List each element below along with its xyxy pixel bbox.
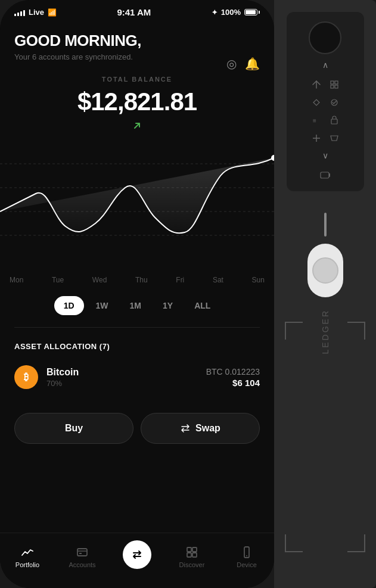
balance-label: TOTAL BALANCE xyxy=(14,76,260,83)
nav-accounts[interactable]: Accounts xyxy=(55,538,110,576)
svg-rect-13 xyxy=(331,81,334,84)
asset-pct-bitcoin: 70% xyxy=(46,379,198,388)
carrier-label: Live xyxy=(29,8,44,17)
day-tue: Tue xyxy=(52,276,64,284)
asset-info-bitcoin: Bitcoin 70% xyxy=(46,367,198,388)
device-icon-5: ≡ xyxy=(310,114,323,127)
phone-screen: Live 📶 9:41 AM ✦ 100% GOOD MORNING, Y xyxy=(0,0,274,588)
status-bar: Live 📶 9:41 AM ✦ 100% xyxy=(0,0,274,20)
period-1m[interactable]: 1M xyxy=(120,296,151,315)
signal-bar-4 xyxy=(23,10,25,16)
device-top-section: ∧ xyxy=(287,12,364,191)
status-right: ✦ 100% xyxy=(212,8,260,17)
asset-crypto-bitcoin: BTC 0.012223 xyxy=(206,367,260,377)
device-icon xyxy=(240,546,253,559)
nav-discover[interactable]: Discover xyxy=(164,538,219,576)
asset-name-bitcoin: Bitcoin xyxy=(46,367,198,378)
svg-text:≡: ≡ xyxy=(313,117,316,124)
day-sun: Sun xyxy=(252,276,265,284)
wifi-icon: 📶 xyxy=(48,8,57,17)
nav-portfolio[interactable]: Portfolio xyxy=(0,538,55,576)
status-left: Live 📶 xyxy=(14,8,57,17)
balance-change xyxy=(14,121,260,130)
balance-amount: $12,821.81 xyxy=(14,88,260,116)
signal-bar-3 xyxy=(20,11,22,16)
bell-icon[interactable]: 🔔 xyxy=(245,57,260,71)
nav-center-button[interactable] xyxy=(123,540,151,569)
svg-rect-16 xyxy=(335,85,338,88)
status-time: 9:41 AM xyxy=(117,7,151,17)
header-section: GOOD MORNING, Your 6 accounts are synchr… xyxy=(0,20,274,71)
nav-accounts-label: Accounts xyxy=(69,561,95,568)
device-icon-8 xyxy=(328,132,341,145)
bottom-nav: Portfolio Accounts xyxy=(0,533,274,588)
asset-fiat-bitcoin: $6 104 xyxy=(206,378,260,388)
swap-label: Swap xyxy=(195,423,220,434)
device-button-circle xyxy=(309,21,341,54)
svg-rect-6 xyxy=(79,553,82,554)
phone-frame: Live 📶 9:41 AM ✦ 100% GOOD MORNING, Y xyxy=(0,0,274,588)
device-connector-cable xyxy=(324,213,327,237)
period-1d[interactable]: 1D xyxy=(54,296,84,315)
battery-label: 100% xyxy=(221,8,241,17)
device-icon-1 xyxy=(310,78,323,91)
arrow-up-right-icon xyxy=(132,121,142,130)
balance-section: TOTAL BALANCE $12,821.81 xyxy=(0,71,274,140)
device-icon-6 xyxy=(328,114,341,127)
svg-rect-14 xyxy=(335,81,338,84)
device-bottom-section: LEDGER xyxy=(307,203,343,357)
swap-button[interactable]: Swap xyxy=(141,413,260,444)
period-selector: 1D 1W 1M 1Y ALL xyxy=(0,289,274,322)
bluetooth-icon: ✦ xyxy=(212,8,217,17)
nav-device[interactable]: Device xyxy=(219,538,274,576)
day-fri: Fri xyxy=(176,276,184,284)
time-labels: Mon Tue Wed Thu Fri Sat Sun xyxy=(0,271,274,289)
action-buttons: Buy Swap xyxy=(0,403,274,453)
bracket-bottom-left xyxy=(285,534,303,552)
device-bottom-icons xyxy=(319,169,332,182)
device-icon-3 xyxy=(310,96,323,109)
nav-center[interactable] xyxy=(110,538,164,576)
subtitle-text: Your 6 accounts are synchronized. xyxy=(14,52,260,61)
svg-rect-15 xyxy=(331,85,334,88)
asset-section: ASSET ALLOCATION (7) ₿ Bitcoin 70% BTC 0… xyxy=(0,332,274,403)
svg-rect-19 xyxy=(331,119,337,124)
balance-chart xyxy=(0,140,274,259)
period-1y[interactable]: 1Y xyxy=(153,296,182,315)
asset-amounts-bitcoin: BTC 0.012223 $6 104 xyxy=(206,367,260,388)
device-usb-button xyxy=(312,257,338,284)
ledger-branding: LEDGER xyxy=(321,309,330,357)
day-thu: Thu xyxy=(135,276,148,284)
main-content: GOOD MORNING, Your 6 accounts are synchr… xyxy=(0,20,274,533)
asset-section-title: ASSET ALLOCATION (7) xyxy=(14,342,260,351)
nav-portfolio-label: Portfolio xyxy=(15,561,39,568)
svg-rect-10 xyxy=(192,553,197,557)
transfer-icon xyxy=(130,548,144,561)
device-icon-9 xyxy=(319,169,332,182)
swap-icon xyxy=(180,423,191,434)
signal-bar-2 xyxy=(17,13,19,16)
battery-icon xyxy=(244,9,260,15)
period-all[interactable]: ALL xyxy=(185,296,220,315)
device-up-arrow: ∧ xyxy=(322,60,328,70)
buy-label: Buy xyxy=(65,423,83,434)
device-icon-7 xyxy=(310,132,323,145)
buy-button[interactable]: Buy xyxy=(14,413,133,444)
device-down-arrow: ∨ xyxy=(322,151,328,160)
accounts-icon xyxy=(76,546,89,559)
device-icon-4 xyxy=(328,96,341,109)
period-1w[interactable]: 1W xyxy=(86,296,118,315)
day-sat: Sat xyxy=(213,276,223,284)
svg-rect-8 xyxy=(192,547,197,552)
signal-bars xyxy=(14,9,25,16)
header-icons: ◎ 🔔 xyxy=(226,57,260,71)
svg-rect-9 xyxy=(187,553,191,557)
nav-device-label: Device xyxy=(237,561,257,568)
section-divider xyxy=(14,327,260,328)
greeting-text: GOOD MORNING, xyxy=(14,32,260,50)
svg-rect-4 xyxy=(77,549,87,556)
pie-chart-icon[interactable]: ◎ xyxy=(226,57,237,71)
portfolio-icon xyxy=(21,546,34,559)
chart-section xyxy=(0,140,274,271)
device-usb-connector xyxy=(307,244,343,297)
